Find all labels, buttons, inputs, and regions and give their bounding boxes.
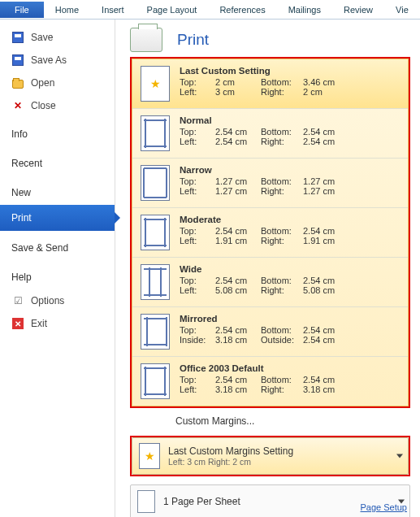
margin-option-moderate[interactable]: ModerateTop:2.54 cmBottom:2.54 cmLeft:1.… (132, 208, 408, 258)
margin-option-name: Last Custom Setting (180, 66, 349, 76)
save-as-icon (11, 54, 24, 67)
margin-option-name: Mirrored (180, 314, 349, 324)
page-margin-icon (141, 66, 170, 102)
ribbon-tab-mailings[interactable]: Mailings (277, 2, 332, 18)
print-tab-label: Print (11, 212, 32, 224)
ribbon-tab-insert[interactable]: Insert (90, 2, 136, 18)
printer-icon (130, 28, 162, 52)
margins-gallery-highlight: Last Custom SettingTop:2 cmBottom:3.46 c… (130, 57, 410, 408)
margin-option-last-custom-setting[interactable]: Last Custom SettingTop:2 cmBottom:3.46 c… (132, 59, 408, 109)
margin-option-mirrored[interactable]: MirroredTop:2.54 cmBottom:2.54 cmInside:… (132, 307, 408, 357)
margin-option-wide[interactable]: WideTop:2.54 cmBottom:2.54 cmLeft:5.08 c… (132, 258, 408, 307)
ribbon-tab-references[interactable]: References (208, 2, 276, 18)
save-send-tab[interactable]: Save & Send (0, 231, 115, 260)
close-label: Close (31, 100, 56, 111)
open-icon (11, 76, 24, 89)
margin-option-office-2003-default[interactable]: Office 2003 DefaultTop:2.54 cmBottom:2.5… (132, 357, 408, 406)
margin-option-name: Wide (180, 264, 349, 274)
ribbon-tab-vie[interactable]: Vie (384, 2, 420, 18)
page-margin-icon (141, 363, 170, 399)
ribbon-tab-file[interactable]: File (0, 2, 44, 18)
margin-option-normal[interactable]: NormalTop:2.54 cmBottom:2.54 cmLeft:2.54… (132, 109, 408, 159)
ribbon-tab-home[interactable]: Home (44, 2, 90, 18)
print-title: Print (177, 31, 209, 49)
close-icon: ✕ (11, 99, 24, 112)
margins-dropdown-sub: Left: 3 cm Right: 2 cm (168, 457, 293, 467)
page-margin-icon (141, 115, 170, 151)
margins-gallery: Last Custom SettingTop:2 cmBottom:3.46 c… (132, 59, 409, 406)
print-tab[interactable]: Print (0, 205, 115, 231)
save-as-label: Save As (31, 54, 67, 66)
new-tab[interactable]: New (0, 176, 115, 205)
page-margin-icon (141, 165, 170, 201)
close-button[interactable]: ✕Close (0, 94, 115, 117)
margins-dropdown[interactable]: Last Custom Margins Setting Left: 3 cm R… (132, 437, 409, 475)
margin-option-name: Moderate (180, 215, 349, 224)
margins-dropdown-highlight: Last Custom Margins Setting Left: 3 cm R… (130, 436, 410, 476)
exit-button[interactable]: ✕Exit (0, 312, 115, 335)
help-tab[interactable]: Help (0, 260, 115, 289)
open-button[interactable]: Open (0, 72, 115, 94)
options-button[interactable]: ☑Options (0, 289, 115, 312)
margin-option-name: Narrow (180, 165, 349, 175)
ribbon-tab-page-layout[interactable]: Page Layout (136, 2, 209, 18)
save-button[interactable]: Save (0, 26, 115, 49)
margin-option-name: Office 2003 Default (180, 363, 349, 373)
chevron-down-icon (396, 454, 403, 458)
options-icon: ☑ (11, 294, 24, 307)
page-margin-icon (141, 215, 170, 250)
recent-tab[interactable]: Recent (0, 146, 115, 176)
pages-per-sheet-dropdown[interactable]: 1 Page Per Sheet (130, 484, 410, 517)
exit-label: Exit (31, 318, 47, 329)
sheet-icon (137, 490, 155, 513)
options-label: Options (31, 295, 64, 306)
save-as-button[interactable]: Save As (0, 49, 115, 72)
exit-icon: ✕ (11, 317, 24, 330)
page-margin-icon (141, 314, 170, 350)
info-tab[interactable]: Info (0, 117, 115, 146)
page-setup-link[interactable]: Page Setup (361, 502, 408, 512)
margins-dropdown-title: Last Custom Margins Setting (168, 445, 293, 457)
page-margin-icon (141, 264, 170, 300)
margin-option-narrow[interactable]: NarrowTop:1.27 cmBottom:1.27 cmLeft:1.27… (132, 159, 408, 208)
star-page-icon (139, 443, 160, 469)
save-label: Save (31, 32, 53, 43)
open-label: Open (31, 77, 54, 89)
ribbon-tab-review[interactable]: Review (332, 2, 384, 18)
save-icon (11, 31, 24, 44)
margin-option-name: Normal (180, 115, 349, 125)
custom-margins-button[interactable]: Custom Margins... (130, 408, 410, 434)
pages-per-sheet-label: 1 Page Per Sheet (163, 496, 240, 507)
